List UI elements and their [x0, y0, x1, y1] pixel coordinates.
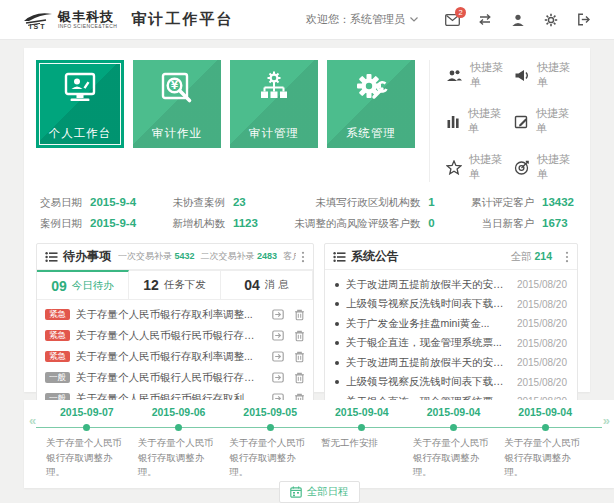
- nav-cards: 个人工作台 ¥ 审计作业: [36, 60, 415, 182]
- archive-icon[interactable]: [272, 309, 284, 320]
- bullet-icon: [335, 322, 339, 326]
- announcement-date: 2015/08/20: [517, 357, 567, 368]
- quick-menu-item-target[interactable]: 快捷菜单: [514, 152, 578, 182]
- logout-icon[interactable]: [576, 12, 592, 28]
- tab-today-todo[interactable]: 09 今日待办: [37, 270, 129, 300]
- logo-text: IST: [30, 23, 47, 30]
- trash-icon[interactable]: [294, 330, 305, 342]
- announcement-title[interactable]: 关于银企直连，现金管理系统票...: [346, 336, 510, 350]
- panel-title: 系统公告: [351, 248, 399, 265]
- timeline-date: 2015-09-04: [504, 406, 586, 422]
- archive-icon[interactable]: [272, 351, 284, 362]
- quick-menu-item-edit[interactable]: 快捷菜单: [514, 106, 578, 136]
- stats-row: 交易日期2015-9-4 案例日期2015-9-4 未协查案例23 新增机构数1…: [36, 196, 578, 231]
- quick-menu-item-star[interactable]: 快捷菜单: [446, 152, 510, 182]
- substat-value: 2483: [257, 251, 277, 261]
- system-management-icon: [327, 70, 415, 108]
- team-icon: [446, 68, 463, 83]
- announcement-date: 2015/08/20: [517, 377, 567, 388]
- timeline-date: 2015-09-04: [321, 406, 403, 422]
- stat-group-risk: 未填写行政区划机构数1 未调整的高风险评级客户数0: [294, 196, 434, 231]
- announcement-title[interactable]: 关于改进周五提前放假半天的安排通知...: [346, 278, 510, 292]
- announcement-item[interactable]: 关于改进周五提前放假半天的安排通知... 2015/08/20: [325, 275, 577, 295]
- timeline-entries: 2015-09-07 关于存量个人民币银行存取调整办理。 2015-09-06 …: [44, 406, 594, 480]
- quick-menu-item-megaphone[interactable]: 快捷菜单: [514, 60, 578, 90]
- stat-value: 13432: [542, 196, 574, 210]
- bullet-icon: [335, 283, 339, 287]
- archive-icon[interactable]: [272, 372, 284, 383]
- audit-operation-icon: ¥: [133, 70, 221, 108]
- nav-card-audit-management[interactable]: 审计管理: [230, 60, 318, 148]
- todo-item[interactable]: 紧急 关于存量个人人民币银行民币银行存取利率调整...: [37, 325, 313, 346]
- announcement-title[interactable]: 关于改进周五提前放假半天的安排通知...: [346, 356, 510, 370]
- more-icon[interactable]: [301, 251, 305, 263]
- todo-panel: 待办事项 一次交易补录 5432 二次交易补录 2483 客户信息补录 86 0…: [36, 243, 314, 413]
- priority-badge: 紧急: [45, 309, 70, 321]
- next-arrow-icon[interactable]: »: [603, 413, 610, 428]
- nav-card-audit-operation[interactable]: ¥ 审计作业: [133, 60, 221, 148]
- todo-title[interactable]: 关于存量个人民币银行存取利率调整...: [76, 350, 262, 364]
- todo-item[interactable]: 一般 关于存量个人民币银行人民币银行存取利率调整...: [37, 367, 313, 388]
- announcement-item[interactable]: 关于银企直连，现金管理系统票... 2015/08/20: [325, 334, 577, 354]
- user-menu[interactable]: 欢迎您：系统管理员: [306, 12, 418, 27]
- timeline-entry[interactable]: 2015-09-04 关于存量个人民币银行存取调整办理。: [411, 406, 503, 480]
- announcement-item[interactable]: 上级领导视察反洗钱时间表下载链接... 2015/08/20: [325, 295, 577, 315]
- announcement-title[interactable]: 上级领导视察反洗钱时间表下载链接...: [346, 375, 510, 389]
- user-icon[interactable]: [510, 12, 526, 28]
- todo-title[interactable]: 关于存量个人民币银行人民币银行存取利率调整...: [76, 371, 262, 385]
- timeline-date: 2015-09-06: [138, 406, 220, 422]
- stat-value: 2015-9-4: [90, 217, 136, 231]
- swap-icon[interactable]: [477, 12, 493, 28]
- gear-icon[interactable]: [543, 12, 559, 28]
- brand-name: 银丰科技: [58, 10, 117, 23]
- todo-item[interactable]: 紧急 关于存量个人民币银行存取利率调整...: [37, 346, 313, 367]
- timeline-entry[interactable]: 2015-09-06 关于存量个人民币银行存取调整办理。: [136, 406, 228, 480]
- timeline-entry[interactable]: 2015-09-04 暂无工作安排: [319, 406, 411, 480]
- bullet-icon: [335, 380, 339, 384]
- todo-item[interactable]: 紧急 关于存量个人民币银行存取利率调整...: [37, 304, 313, 325]
- quick-menu-label: 快捷菜单: [468, 106, 510, 136]
- announcement-item[interactable]: 关于改进周五提前放假半天的安排通知... 2015/08/20: [325, 353, 577, 373]
- announcement-title[interactable]: 关于广发金业务挂盘mini黄金...: [346, 317, 510, 331]
- all-announcements-link[interactable]: 全部 214: [511, 250, 552, 264]
- quick-menu-item-team[interactable]: 快捷菜单: [446, 60, 510, 90]
- timeline-entry[interactable]: 2015-09-04 关于存量个人民币银行存取调整办理。: [502, 406, 594, 480]
- announcement-list: 关于改进周五提前放假半天的安排通知... 2015/08/20 上级领导视察反洗…: [325, 270, 577, 417]
- prev-arrow-icon[interactable]: «: [29, 413, 36, 428]
- quick-menu-item-bar-chart[interactable]: 快捷菜单: [446, 106, 510, 136]
- timeline-text: 关于存量个人民币银行存取调整办理。: [46, 436, 128, 480]
- app-logo: IST 银丰科技 INFO SCIENCE&TECH 审计工作平台: [22, 10, 233, 30]
- trash-icon[interactable]: [294, 372, 305, 384]
- todo-title[interactable]: 关于存量个人民币银行存取利率调整...: [76, 308, 262, 322]
- timeline-date: 2015-09-07: [46, 406, 128, 422]
- trash-icon[interactable]: [294, 351, 305, 363]
- substat-value: 5432: [175, 251, 195, 261]
- stat-label: 交易日期: [40, 196, 82, 210]
- timeline-entry[interactable]: 2015-09-07 关于存量个人民币银行存取调整办理。: [44, 406, 136, 480]
- announcement-panel: 系统公告 全部 214 关于改进周五提前放假半天的安排通知... 2015/08…: [324, 243, 578, 413]
- all-schedule-button[interactable]: 全部日程: [279, 481, 360, 503]
- timeline-entry[interactable]: 2015-09-05 关于存量个人民币银行存取调整办理。: [227, 406, 319, 480]
- tab-task-dispatch[interactable]: 12 任务下发: [129, 270, 221, 300]
- timeline-dot: [175, 424, 182, 431]
- archive-icon[interactable]: [272, 330, 284, 341]
- logo-swoosh-icon: IST: [22, 10, 54, 30]
- todo-list: 紧急 关于存量个人民币银行存取利率调整... 紧急 关于存量个人人民币银行民币银…: [37, 300, 313, 413]
- announcement-title[interactable]: 上级领导视察反洗钱时间表下载链接...: [346, 297, 510, 311]
- more-icon[interactable]: [565, 251, 569, 263]
- edit-icon: [514, 114, 529, 129]
- announcement-item[interactable]: 上级领导视察反洗钱时间表下载链接... 2015/08/20: [325, 373, 577, 393]
- tab-label: 消 息: [265, 278, 289, 292]
- timeline-dot: [267, 424, 274, 431]
- nav-card-system-management[interactable]: 系统管理: [327, 60, 415, 148]
- tab-messages[interactable]: 04 消 息: [221, 270, 313, 300]
- stat-label: 当日新客户: [471, 217, 534, 231]
- announcement-item[interactable]: 关于广发金业务挂盘mini黄金... 2015/08/20: [325, 314, 577, 334]
- message-icon[interactable]: 2: [444, 12, 460, 28]
- todo-title[interactable]: 关于存量个人人民币银行民币银行存取利率调整...: [76, 329, 262, 343]
- stat-value: 23: [233, 196, 258, 210]
- tab-label: 今日待办: [72, 279, 114, 293]
- trash-icon[interactable]: [294, 309, 305, 321]
- tab-count: 09: [51, 278, 67, 294]
- nav-card-personal-workbench[interactable]: 个人工作台: [36, 60, 124, 148]
